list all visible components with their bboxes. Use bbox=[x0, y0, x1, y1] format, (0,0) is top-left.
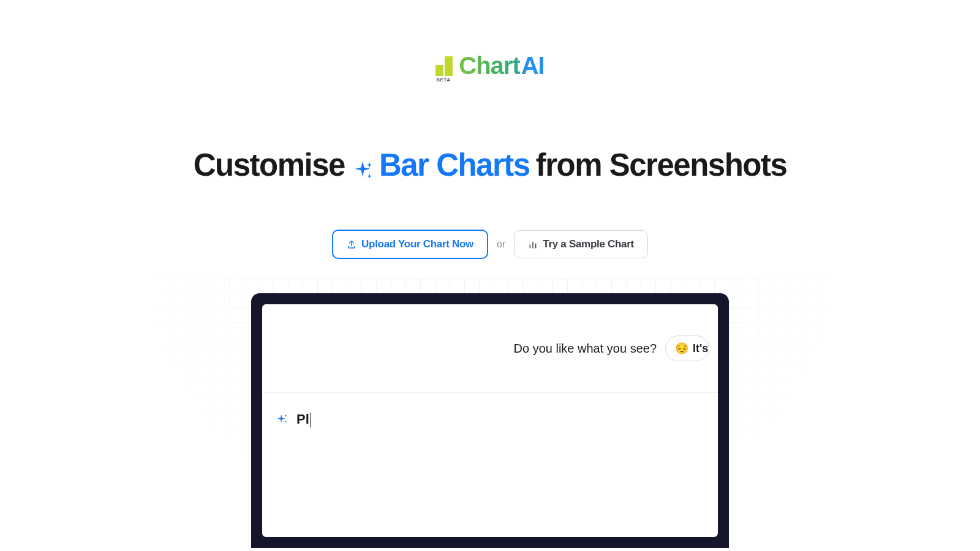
logo-beta-label: BETA bbox=[436, 77, 450, 83]
feedback-badge[interactable]: 😔 It's B bbox=[665, 335, 709, 361]
bar-chart-icon bbox=[528, 239, 538, 249]
headline-highlight-text: Bar Charts bbox=[379, 147, 530, 183]
headline-highlight: Bar Charts bbox=[351, 147, 530, 183]
preview-typed-value: Pl bbox=[296, 411, 309, 427]
preview-question: Do you like what you see? bbox=[514, 342, 657, 356]
preview-inner: Do you like what you see? 😔 It's B bbox=[262, 304, 718, 537]
sparkle-icon bbox=[276, 413, 289, 426]
or-separator: or bbox=[497, 239, 505, 250]
headline: Customise Bar Charts from Screenshots bbox=[194, 147, 787, 183]
feedback-text: It's B bbox=[693, 342, 709, 355]
preview-typed-text: Pl bbox=[296, 411, 311, 427]
logo-bars-icon: BETA bbox=[435, 56, 453, 76]
preview-input-row: Pl bbox=[262, 393, 718, 446]
upload-chart-label: Upload Your Chart Now bbox=[361, 238, 473, 250]
cursor-icon bbox=[310, 413, 311, 427]
headline-prefix: Customise bbox=[194, 147, 345, 183]
sample-chart-button[interactable]: Try a Sample Chart bbox=[514, 230, 648, 258]
preview-frame: Do you like what you see? 😔 It's B bbox=[251, 293, 729, 548]
sample-chart-label: Try a Sample Chart bbox=[543, 238, 634, 250]
preview-top-row: Do you like what you see? 😔 It's B bbox=[262, 304, 718, 393]
upload-chart-button[interactable]: Upload Your Chart Now bbox=[332, 230, 488, 259]
logo: BETA Chart AI bbox=[435, 52, 544, 80]
headline-suffix: from Screenshots bbox=[536, 147, 787, 183]
hero-actions: Upload Your Chart Now or Try a Sample Ch… bbox=[332, 230, 648, 259]
upload-icon bbox=[347, 239, 356, 249]
preview-container: Do you like what you see? 😔 It's B bbox=[0, 293, 980, 548]
feedback-emoji: 😔 bbox=[675, 342, 688, 355]
logo-text-ai: AI bbox=[521, 52, 545, 80]
sparkle-icon bbox=[351, 154, 374, 177]
landing-page: BETA Chart AI Customise Bar Charts from … bbox=[0, 0, 980, 551]
logo-text-chart: Chart bbox=[459, 52, 519, 80]
